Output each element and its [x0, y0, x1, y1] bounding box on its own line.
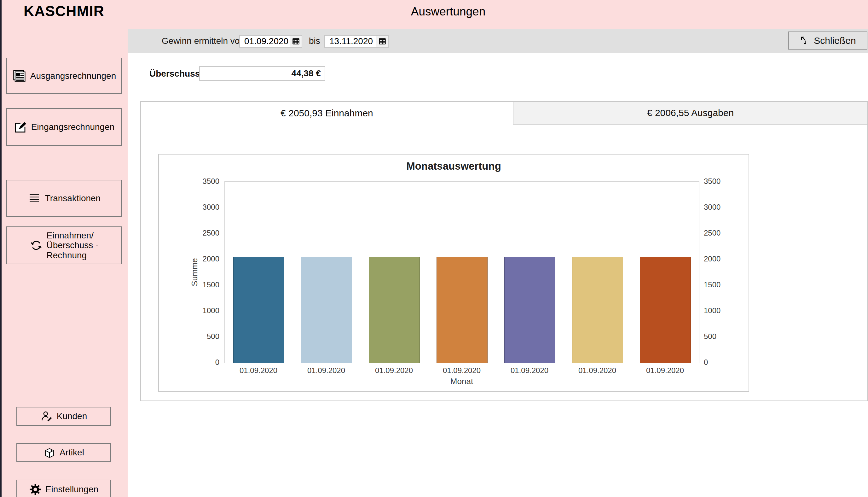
y-tick-label-left: 2000: [159, 255, 219, 263]
x-tick-label: 01.09.2020: [511, 366, 548, 375]
invoice-edit-icon: [14, 120, 27, 134]
gear-icon: [29, 483, 42, 496]
sidebar-item-einnahmen-ueberschuss-rechnung[interactable]: Einnahmen/ Überschuss - Rechnung: [6, 226, 122, 264]
tab-strip: € 2050,93 Einnahmen € 2006,55 Ausgaben: [141, 102, 867, 125]
bar: [369, 257, 420, 363]
sidebar-item-transaktionen[interactable]: Transaktionen: [6, 180, 122, 217]
tab-einnahmen[interactable]: € 2050,93 Einnahmen: [141, 102, 513, 125]
sidebar-item-label: Transaktionen: [45, 193, 101, 203]
x-tick-label: 01.09.2020: [307, 366, 345, 375]
y-tick-label-left: 1000: [159, 306, 219, 315]
date-to-calendar-button[interactable]: [376, 36, 388, 47]
plot-area: [224, 181, 700, 363]
sidebar-item-kunden[interactable]: Kunden: [16, 407, 111, 426]
date-from-calendar-button[interactable]: [290, 36, 301, 47]
sidebar-item-label: Kunden: [57, 411, 87, 421]
sidebar-item-label: Artikel: [60, 448, 84, 458]
bis-label: bis: [309, 29, 320, 53]
chart-panel: Monatsauswertung Summe Monat 01.09.20200…: [158, 154, 749, 392]
list-icon: [27, 192, 41, 205]
x-tick-label: 01.09.2020: [239, 366, 277, 375]
sidebar-item-ausgangsrechnungen[interactable]: Ausgangsrechnungen: [6, 58, 122, 94]
bar: [437, 257, 488, 363]
gewinn-ermitteln-label: Gewinn ermitteln von: [162, 29, 245, 53]
x-tick-label: 01.09.2020: [578, 366, 616, 375]
schliessen-button[interactable]: Schließen: [788, 31, 867, 49]
bar: [640, 257, 691, 363]
sidebar-item-label: Eingangsrechnungen: [31, 122, 115, 132]
date-to-input[interactable]: [325, 36, 376, 47]
bar: [504, 257, 555, 363]
sidebar-item-label: Einnahmen/ Überschuss - Rechnung: [47, 230, 99, 260]
y-tick-label-right: 3000: [704, 203, 721, 212]
customer-edit-icon: [40, 411, 53, 422]
toolbar: Gewinn ermitteln von bis: [128, 29, 868, 53]
exit-arrow-icon: [799, 35, 810, 46]
sidebar-item-artikel[interactable]: Artikel: [16, 443, 111, 462]
x-tick-label: 01.09.2020: [375, 366, 413, 375]
calendar-icon: [378, 37, 386, 45]
bar: [233, 257, 284, 363]
y-tick-label-right: 2500: [704, 229, 721, 238]
y-tick-label-left: 3000: [159, 203, 219, 212]
y-tick-label-right: 2000: [704, 255, 721, 263]
page-title: Auswertungen: [28, 5, 868, 18]
bar: [572, 257, 623, 363]
sidebar-item-einstellungen[interactable]: Einstellungen: [16, 480, 111, 497]
y-tick-label-left: 500: [159, 332, 219, 341]
date-from-field: [239, 35, 302, 48]
ueberschuss-value: 44,38 €: [292, 68, 321, 79]
app-window: KASCHMIR Auswertungen Gewinn ermitteln v…: [0, 0, 868, 497]
ueberschuss-label: Überschuss: [149, 69, 200, 79]
y-tick-label-left: 2500: [159, 229, 219, 238]
ueberschuss-value-field: 44,38 €: [199, 66, 325, 81]
sync-icon: [30, 239, 43, 252]
calendar-icon: [292, 37, 300, 45]
y-tick-label-left: 1500: [159, 280, 219, 289]
schliessen-label: Schließen: [814, 35, 856, 46]
y-tick-label-right: 1000: [704, 306, 721, 315]
x-tick-label: 01.09.2020: [443, 366, 481, 375]
tab-ausgaben[interactable]: € 2006,55 Ausgaben: [513, 102, 867, 125]
y-tick-label-right: 1500: [704, 280, 721, 289]
y-tick-label-left: 0: [159, 358, 219, 367]
sidebar-item-label: Einstellungen: [45, 484, 98, 495]
sidebar-item-eingangsrechnungen[interactable]: Eingangsrechnungen: [6, 108, 122, 146]
y-tick-label-right: 0: [704, 358, 708, 367]
sidebar-item-label: Ausgangsrechnungen: [30, 71, 116, 81]
x-tick-label: 01.09.2020: [646, 366, 684, 375]
y-tick-label-left: 3500: [159, 177, 219, 186]
y-tick-label-right: 500: [704, 332, 717, 341]
date-from-input[interactable]: [240, 36, 290, 47]
chart-title: Monatsauswertung: [159, 160, 749, 172]
invoice-out-icon: [12, 69, 27, 83]
bar: [301, 257, 352, 363]
date-to-field: [324, 35, 388, 48]
x-axis-label: Monat: [451, 377, 473, 386]
y-tick-label-right: 3500: [704, 177, 721, 186]
package-icon: [43, 446, 56, 458]
